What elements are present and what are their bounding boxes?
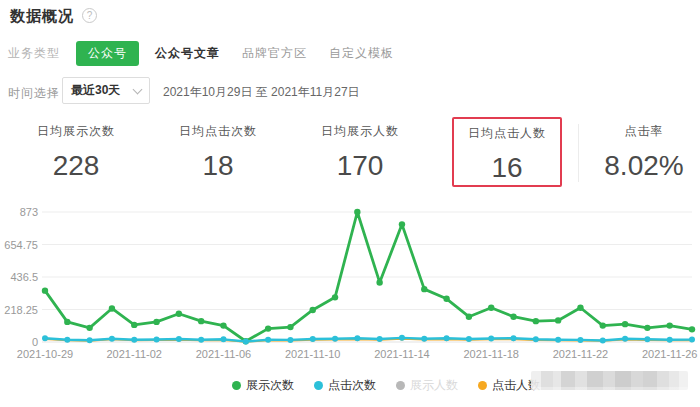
metric-avg-impression-users[interactable]: 日均展示人数 170 (304, 117, 416, 187)
time-range-selected-value: 最近30天 (71, 82, 120, 99)
svg-text:436.5: 436.5 (10, 271, 38, 283)
metric-value: 8.02% (592, 150, 696, 182)
tab-custom-template[interactable]: 自定义模板 (329, 45, 394, 62)
legend-dot-icon (396, 381, 405, 390)
metric-avg-click-users-highlighted[interactable]: 日均点击人数 16 (452, 117, 562, 187)
legend-item-clicks[interactable]: 点击次数 (314, 377, 376, 394)
legend-dot-icon (314, 381, 323, 390)
redacted-watermark (531, 371, 688, 390)
metric-label: 日均展示人数 (304, 123, 416, 140)
metric-click-rate[interactable]: 点击率 8.02% (592, 117, 696, 187)
metric-value: 228 (20, 150, 132, 182)
metric-value: 170 (304, 150, 416, 182)
date-range-text: 2021年10月29日 至 2021年11月27日 (163, 84, 360, 101)
svg-text:2021-11-10: 2021-11-10 (285, 348, 340, 360)
tab-bar: 业务类型 公众号 公众号文章 品牌官方区 自定义模板 (8, 41, 416, 66)
legend-dot-icon (478, 381, 487, 390)
metric-avg-impressions[interactable]: 日均展示次数 228 (20, 117, 132, 187)
metric-value: 18 (162, 150, 274, 182)
metric-value: 16 (454, 152, 560, 184)
metric-label: 日均点击次数 (162, 123, 274, 140)
svg-text:2021-11-18: 2021-11-18 (463, 348, 518, 360)
svg-text:2021-10-29: 2021-10-29 (17, 348, 73, 360)
tab-row-label: 业务类型 (8, 45, 60, 62)
tab-official-account-articles[interactable]: 公众号文章 (155, 45, 220, 62)
legend-item-impressions[interactable]: 展示次数 (232, 377, 294, 394)
metric-avg-clicks[interactable]: 日均点击次数 18 (162, 117, 274, 187)
legend-label: 展示次数 (246, 377, 294, 394)
metric-label: 日均点击人数 (454, 125, 560, 142)
chart-legend: 展示次数 点击次数 展示人数 点击人数 (0, 377, 540, 394)
metric-label: 日均展示次数 (20, 123, 132, 140)
page-title: 数据概况 (10, 7, 74, 26)
legend-item-impression-users[interactable]: 展示人数 (396, 377, 458, 394)
svg-text:873: 873 (20, 206, 38, 218)
chevron-down-icon (133, 84, 143, 94)
help-icon[interactable]: ? (82, 8, 97, 23)
tab-brand-zone[interactable]: 品牌官方区 (242, 45, 307, 62)
svg-text:2021-11-26: 2021-11-26 (642, 348, 697, 360)
legend-label: 展示人数 (410, 377, 458, 394)
svg-text:2021-11-06: 2021-11-06 (196, 348, 251, 360)
time-range-select[interactable]: 最近30天 (62, 77, 150, 104)
legend-dot-icon (232, 381, 241, 390)
tab-official-account[interactable]: 公众号 (76, 41, 139, 66)
time-filter-label: 时间选择 (8, 85, 60, 102)
svg-text:2021-11-14: 2021-11-14 (374, 348, 429, 360)
svg-text:0: 0 (32, 336, 38, 348)
legend-label: 点击次数 (328, 377, 376, 394)
svg-text:218.25: 218.25 (4, 304, 38, 316)
metric-divider (578, 124, 579, 182)
metric-label: 点击率 (592, 123, 696, 140)
svg-text:2021-11-22: 2021-11-22 (553, 348, 608, 360)
svg-text:2021-11-02: 2021-11-02 (107, 348, 162, 360)
svg-text:654.75: 654.75 (4, 239, 38, 251)
